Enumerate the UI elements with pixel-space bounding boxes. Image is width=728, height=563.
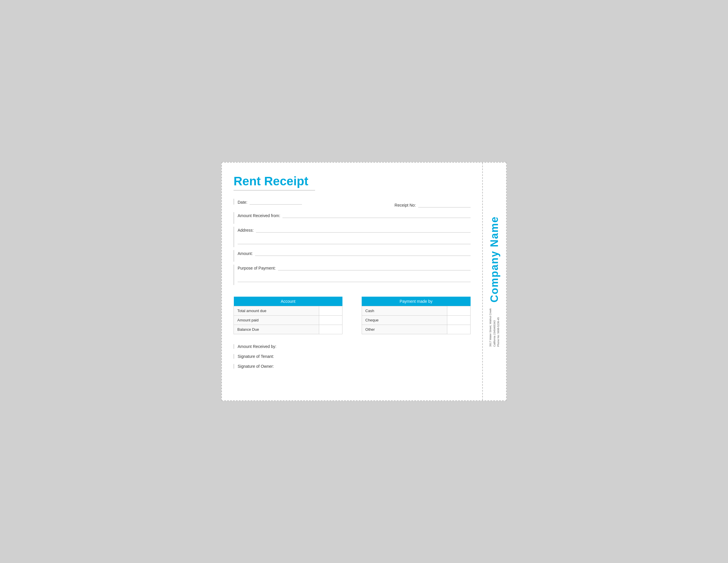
payment-row-value-0[interactable] [447, 306, 471, 316]
address-label: Address: [238, 228, 254, 232]
purpose-label: Purpose of Payment: [238, 266, 276, 270]
table-row: Amount paid [234, 316, 342, 325]
purpose-input[interactable] [278, 264, 471, 270]
account-row-label-1: Amount paid [234, 316, 319, 325]
date-input-line[interactable] [250, 199, 302, 204]
signature-owner-row: Signature of Owner: [234, 364, 471, 369]
amount-received-by-label: Amount Received by: [238, 344, 276, 349]
table-row: Cheque [362, 316, 470, 325]
receipt-page: Rent Receipt Date: Receipt No: Amount Re… [221, 162, 507, 401]
payment-row-label-2: Other [362, 325, 447, 334]
receipt-no-field-group: Receipt No: [395, 199, 471, 207]
amount-received-row: Amount Received from: [238, 212, 471, 219]
amount-row: Amount: [238, 250, 471, 257]
amount-received-section: Amount Received from: [234, 212, 471, 224]
payment-row-label-0: Cash [362, 306, 447, 316]
amount-received-by-row: Amount Received by: [234, 344, 471, 349]
address-input-line1[interactable] [256, 227, 471, 232]
signature-tenant-row: Signature of Tenant: [234, 354, 471, 359]
payment-row-label-1: Cheque [362, 316, 447, 325]
receipt-no-label: Receipt No: [395, 203, 416, 207]
amount-input[interactable] [255, 250, 471, 256]
signature-tenant-label: Signature of Tenant: [238, 354, 274, 359]
address-input-line2[interactable] [238, 238, 471, 244]
table-row: Other [362, 325, 470, 334]
receipt-main: Rent Receipt Date: Receipt No: Amount Re… [222, 163, 483, 400]
account-table-header: Account [234, 297, 342, 306]
sidebar-address-line1: 3917 Water Street, Walnut Creek [489, 308, 492, 347]
table-row: Balance Due [234, 325, 342, 334]
purpose-extra-line[interactable] [238, 276, 471, 282]
table-row: Cash [362, 306, 470, 316]
payment-row-value-1[interactable] [447, 316, 471, 325]
sidebar-address-line2: California 2345465343 [493, 320, 496, 347]
amount-received-label: Amount Received from: [238, 213, 280, 218]
date-label: Date: [238, 200, 247, 204]
purpose-section: Purpose of Payment: [234, 264, 471, 285]
table-row: Total amount due [234, 306, 342, 316]
payment-table-header: Payment made by [362, 297, 470, 306]
sidebar-address-line3: Phone No: 5698-5236-45 [497, 317, 500, 347]
account-row-value-1[interactable] [319, 316, 342, 325]
company-name: Company Name [488, 216, 501, 303]
account-row-value-2[interactable] [319, 325, 342, 334]
sidebar-address: 3917 Water Street, Walnut Creek Californ… [489, 308, 501, 347]
date-receipt-row: Date: Receipt No: [234, 199, 471, 207]
amount-label: Amount: [238, 251, 253, 256]
account-row-label-2: Balance Due [234, 325, 319, 334]
title-underline [234, 190, 315, 190]
tables-section: Account Total amount due Amount paid Bal… [234, 297, 471, 334]
signature-owner-label: Signature of Owner: [238, 364, 274, 369]
account-row-label-0: Total amount due [234, 306, 319, 316]
receipt-sidebar: Company Name 3917 Water Street, Walnut C… [483, 163, 506, 400]
account-row-value-0[interactable] [319, 306, 342, 316]
account-table: Account Total amount due Amount paid Bal… [234, 297, 342, 334]
receipt-no-input-line[interactable] [418, 202, 471, 207]
amount-section: Amount: [234, 250, 471, 262]
purpose-row: Purpose of Payment: [238, 264, 471, 271]
date-field-group: Date: [234, 199, 302, 204]
address-row: Address: [238, 227, 471, 234]
signature-section: Amount Received by: Signature of Tenant:… [234, 344, 471, 374]
payment-row-value-2[interactable] [447, 325, 471, 334]
payment-table: Payment made by Cash Cheque Other [362, 297, 471, 334]
address-section: Address: [234, 227, 471, 247]
receipt-title: Rent Receipt [234, 174, 471, 188]
amount-received-input[interactable] [282, 212, 471, 218]
